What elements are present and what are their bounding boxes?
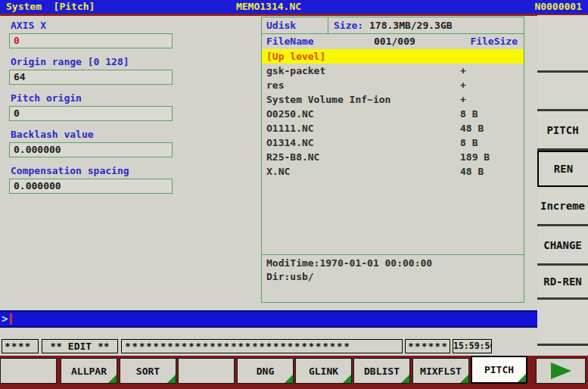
softkey-blank-1[interactable] <box>537 15 588 73</box>
list-item-file[interactable]: O0250.NC 8 B <box>262 107 524 121</box>
status-box-3: ******************************** <box>121 339 403 353</box>
pitch-origin-label: Pitch origin <box>11 92 82 104</box>
file-browser-panel: Udisk Size: 178.3MB/29.3GB FileName 001/… <box>261 17 524 303</box>
axis-x-field[interactable]: 0 <box>9 33 173 48</box>
mode-indicator: ** EDIT ** <box>42 339 118 353</box>
list-item-file[interactable]: R25-B8.NC 189 B <box>262 150 524 164</box>
file-list-header-row: FileName 001/009 FileSize <box>262 34 524 49</box>
bottom-softkey-dng[interactable]: DNG <box>237 358 294 384</box>
text-cursor <box>10 313 12 325</box>
compensation-spacing-label: Compensation spacing <box>11 165 129 176</box>
status-box-4: ****** <box>405 339 450 353</box>
cnc-screen: System [Pitch] MEMO1314.NC N0000001 AXIS… <box>0 0 588 389</box>
clock: 15:59:56 <box>453 339 492 353</box>
list-item-file[interactable]: O1111.NC 48 B <box>262 121 524 135</box>
pitch-origin-field[interactable]: 0 <box>9 106 173 121</box>
submenu-corner-icon <box>167 375 176 383</box>
right-softkey-column: PITCH REN Increme CHANGE RD-REN <box>537 15 588 357</box>
submenu-corner-icon <box>108 375 117 383</box>
next-page-button[interactable] <box>536 358 586 384</box>
bottom-softkey-pitch[interactable]: PITCH <box>471 356 527 384</box>
status-box-1: **** <box>2 339 39 353</box>
command-input-line[interactable]: > <box>0 310 537 328</box>
softkey-blank-4[interactable] <box>537 346 588 355</box>
size-label: Size: <box>334 17 363 33</box>
axis-x-label: AXIS X <box>11 20 46 31</box>
softkey-blank-3[interactable] <box>537 300 588 346</box>
size-value: 178.3MB/29.3GB <box>369 17 453 33</box>
list-item-folder[interactable]: System Volume Inf~ion + <box>262 92 524 107</box>
bottom-softkey-sort[interactable]: SORT <box>120 358 176 384</box>
list-item-file[interactable]: O1314.NC 8 B <box>262 135 524 150</box>
bottom-softkey-dblist[interactable]: DBLIST <box>353 358 410 384</box>
softkey-pitch[interactable]: PITCH <box>537 111 588 151</box>
title-underline <box>0 14 588 16</box>
title-bar: System [Pitch] MEMO1314.NC N0000001 <box>0 0 588 14</box>
submenu-corner-icon <box>285 375 293 383</box>
softkey-ren[interactable]: REN <box>537 151 588 187</box>
active-program-name: MEMO1314.NC <box>0 0 537 14</box>
device-header-row: Udisk Size: 178.3MB/29.3GB <box>262 17 524 34</box>
device-name: Udisk <box>262 17 328 33</box>
compensation-spacing-field[interactable]: 0.000000 <box>9 179 173 194</box>
submenu-corner-icon <box>518 374 526 382</box>
right-arrow-icon <box>551 363 571 379</box>
command-prompt: > <box>2 312 8 326</box>
bottom-softkey-allpar[interactable]: ALLPAR <box>61 358 117 384</box>
bottom-softkey-bar: ALLPAR SORT DNG GLINK DBLIST MIXFLST PIT… <box>0 356 588 389</box>
list-item-up-level[interactable]: [Up level] <box>262 49 524 64</box>
submenu-corner-icon <box>401 375 409 383</box>
list-item-file[interactable]: X.NC 48 B <box>262 164 524 179</box>
list-item-folder[interactable]: res + <box>262 78 524 92</box>
modified-time: ModiTime:1970-01-01 00:00:00 <box>266 257 432 269</box>
softkey-blank-2[interactable] <box>537 73 588 111</box>
sequence-number: N0000001 <box>534 0 582 14</box>
bottom-softkey-glink[interactable]: GLINK <box>295 358 352 384</box>
backlash-value-field[interactable]: 0.000000 <box>9 142 173 157</box>
origin-range-field[interactable]: 64 <box>9 70 173 85</box>
filesize-column-header: FileSize <box>470 34 518 49</box>
bottom-softkey-mixflst[interactable]: MIXFLST <box>412 358 469 384</box>
origin-range-label: Origin range [0 128] <box>11 56 129 67</box>
bottom-softkey-blank-2[interactable] <box>178 358 235 384</box>
bottom-softkey-blank-1[interactable] <box>0 358 57 384</box>
file-index-counter: 001/009 <box>374 34 415 49</box>
file-info-divider <box>262 254 524 255</box>
backlash-value-label: Backlash value <box>11 129 94 140</box>
current-directory: Dir:usb/ <box>266 271 314 282</box>
softkey-increment[interactable]: Increme <box>537 187 588 226</box>
submenu-corner-icon <box>343 375 351 383</box>
softkey-rd-ren[interactable]: RD-REN <box>537 266 588 300</box>
filename-column-header: FileName <box>266 34 314 49</box>
softkey-change[interactable]: CHANGE <box>537 226 588 266</box>
list-item-folder[interactable]: gsk-packet + <box>262 64 524 78</box>
submenu-corner-icon <box>460 375 468 383</box>
